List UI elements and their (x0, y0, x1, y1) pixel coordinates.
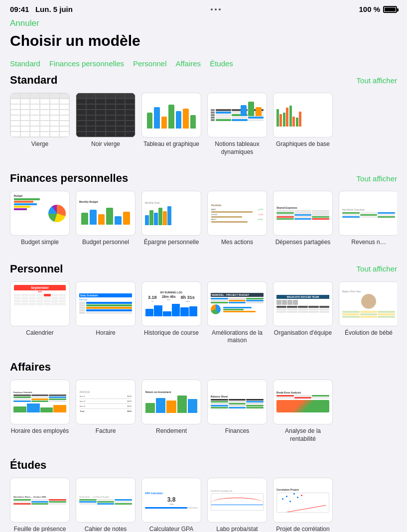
thumb-actions: Portfolio AAPL+2.3% GOOG-1.1% MSFT+0.8% (207, 191, 267, 236)
thumb-roi: Return on Investment (141, 380, 201, 424)
thumb-attendance: Attendance Sheet — October 2024 (10, 478, 70, 523)
template-employee[interactable]: Employee Schedule (10, 380, 70, 443)
template-soccer[interactable]: WILDCATS SOCCER TEAM (273, 281, 333, 345)
template-pivot[interactable]: Notions tableaux dynamiques (207, 93, 267, 156)
dot-icon (211, 8, 213, 10)
template-shared[interactable]: Shared Expenses Dépenses partagées (273, 191, 333, 247)
thumb-savings: Monthly Goal (141, 191, 201, 236)
tab-finances[interactable]: Finances personnelles (49, 59, 124, 68)
thumb-budget-simple: Budget (10, 191, 70, 236)
section-standard: Standard Tout afficher (10, 74, 397, 160)
section-finances: Finances personnelles Tout afficher Budg… (10, 172, 397, 251)
template-name-breakeven: Analyse de la rentabilité (273, 427, 333, 443)
template-name-running: Historique de course (144, 329, 199, 337)
battery-fill (385, 7, 396, 11)
template-attendance[interactable]: Attendance Sheet — October 2024 Feuille … (10, 478, 70, 532)
section-personnel: Personnel Tout afficher September 2024 (10, 263, 397, 349)
template-finances[interactable]: Balance Sheet Finances (207, 380, 267, 443)
template-actions[interactable]: Portfolio AAPL+2.3% GOOG-1.1% MSFT+0.8% … (207, 191, 267, 247)
template-vierge[interactable]: Vierge (10, 93, 70, 156)
thumb-running: MY RUNNING LOG 3.18mi 28m 46stime 8h 31s… (141, 281, 201, 326)
template-name-attendance: Feuille de présence (14, 526, 66, 532)
thumb-schedule: Daily Schedule Fall Term (76, 281, 136, 326)
tab-etudes[interactable]: Études (210, 59, 233, 68)
template-budget-perso[interactable]: Monthly Budget Budget personnel (76, 191, 136, 247)
dot-icon (215, 8, 217, 10)
template-gradebook[interactable]: Grade Book — 1st Period English Cahier d… (76, 478, 136, 532)
section-title-finances: Finances personnelles (10, 172, 128, 185)
thumb-employee: Employee Schedule (10, 380, 70, 424)
thumb-finances: Balance Sheet (207, 380, 267, 424)
template-name-chart: Tableau et graphique (143, 140, 199, 148)
template-budget-simple[interactable]: Budget Budget simple (10, 191, 70, 247)
thumb-basiccharts (273, 93, 333, 137)
template-project[interactable]: REMODEL - PROJECT BUDGET (207, 281, 267, 345)
tab-standard[interactable]: Standard (10, 59, 40, 68)
template-running[interactable]: MY RUNNING LOG 3.18mi 28m 46stime 8h 31s… (141, 281, 201, 345)
thumb-chart (141, 93, 201, 137)
template-stochastic[interactable]: Stoc/Roll Probability Lab Labo proba/sta… (207, 478, 267, 532)
template-invoice[interactable]: INVOICE Item 1$100 Item 2$200 Item 3$150… (76, 380, 136, 443)
thumb-invoice: INVOICE Item 1$100 Item 2$200 Item 3$150… (76, 380, 136, 424)
template-name-baby: Évolution de bébé (345, 329, 393, 337)
template-roi[interactable]: Return on Investment Rendement (141, 380, 201, 443)
thumb-networth: Net Worth Overview (339, 191, 397, 236)
tab-nav: Standard Finances personnelles Personnel… (0, 59, 407, 74)
header: Annuler Choisir un modèle (0, 16, 407, 59)
show-all-standard[interactable]: Tout afficher (357, 76, 397, 85)
template-gpa[interactable]: GPA Calculator 3.8 GPA Calculateur GPA (141, 478, 201, 532)
section-affaires: Affaires Employee Schedule (10, 361, 397, 447)
template-savings[interactable]: Monthly Goal Épargne personnelle (141, 191, 201, 247)
templates-row-affaires: Employee Schedule (10, 380, 397, 447)
template-name-budget-simple: Budget simple (21, 239, 59, 247)
battery-label: 100 % (359, 5, 380, 13)
template-chart[interactable]: Tableau et graphique (141, 93, 201, 156)
thumb-project: REMODEL - PROJECT BUDGET (207, 281, 267, 326)
template-schedule[interactable]: Daily Schedule Fall Term Horaire (76, 281, 136, 345)
dot-icon (219, 8, 221, 10)
time: 09:41 (10, 5, 29, 13)
thumb-correlation: Correlation Project (273, 478, 333, 523)
battery-icon (383, 6, 397, 13)
section-header-etudes: Études (10, 459, 397, 472)
template-breakeven[interactable]: Break-Even Analysis Analyse de la rentab… (273, 380, 333, 443)
section-header-affaires: Affaires (10, 361, 397, 374)
thumb-calendar: September 2024 (10, 281, 70, 326)
templates-row-standard: Vierge Noir vierge (10, 93, 397, 160)
thumb-noir-vierge (76, 93, 136, 137)
tab-affaires[interactable]: Affaires (176, 59, 201, 68)
content: Standard Tout afficher (0, 74, 407, 532)
section-header-personnel: Personnel Tout afficher (10, 263, 397, 275)
templates-row-etudes: Attendance Sheet — October 2024 Feuille … (10, 478, 397, 532)
template-name-savings: Épargne personnelle (144, 239, 199, 247)
cancel-button[interactable]: Annuler (10, 18, 39, 28)
show-all-finances[interactable]: Tout afficher (357, 174, 397, 183)
template-name-basiccharts: Graphiques de base (276, 140, 330, 148)
thumb-shared: Shared Expenses (273, 191, 333, 236)
template-baby[interactable]: Baby's First Year (339, 281, 397, 345)
template-name-pivot: Notions tableaux dynamiques (207, 140, 267, 156)
template-networth[interactable]: Net Worth Overview Revenus n… (339, 191, 397, 247)
tab-personnel[interactable]: Personnel (133, 59, 167, 68)
thumb-budget-perso: Monthly Budget (76, 191, 136, 236)
thumb-gpa: GPA Calculator 3.8 GPA (141, 478, 201, 523)
template-correlation[interactable]: Correlation Project Projet (273, 478, 333, 532)
template-basiccharts[interactable]: Graphiques de base (273, 93, 333, 156)
template-name-project: Améliorations de la maison (207, 329, 267, 345)
template-name-roi: Rendement (156, 427, 187, 435)
show-all-personnel[interactable]: Tout afficher (357, 265, 397, 273)
status-right: 100 % (359, 5, 397, 13)
template-name-gpa: Calculateur GPA (149, 526, 193, 532)
status-time: 09:41 Lun. 5 juin (10, 5, 73, 13)
template-name-actions: Mes actions (221, 239, 253, 247)
template-name-stochastic: Labo proba/stat (216, 526, 258, 532)
thumb-soccer: WILDCATS SOCCER TEAM (273, 281, 333, 326)
template-name-gradebook: Cahier de notes (85, 526, 127, 532)
template-noir-vierge[interactable]: Noir vierge (76, 93, 136, 156)
template-calendar[interactable]: September 2024 Calendrier (10, 281, 70, 345)
templates-row-finances: Budget Budget simple (10, 191, 397, 251)
thumb-breakeven: Break-Even Analysis (273, 380, 333, 424)
template-name-finances: Finances (225, 427, 250, 435)
template-name-soccer: Organisation d'équipe (274, 329, 332, 337)
status-center (211, 8, 221, 10)
